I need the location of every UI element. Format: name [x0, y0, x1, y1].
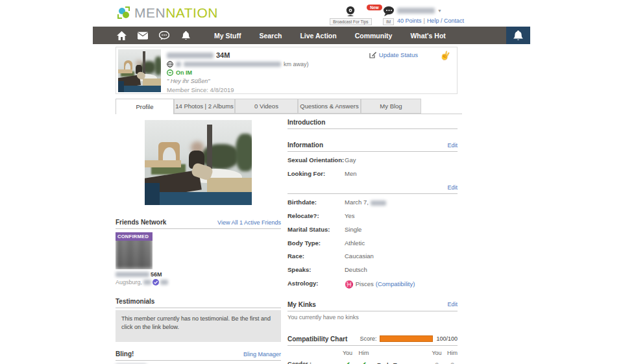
im-button[interactable]: IM: [382, 6, 395, 25]
view-all-friends-link[interactable]: View All 1 Active Friends: [217, 219, 281, 226]
page: MENNATION New Broadcast For Tips: [0, 0, 623, 364]
broadcast-for-tips-button[interactable]: New Broadcast For Tips: [330, 6, 372, 25]
hand-icon[interactable]: ✌: [439, 49, 452, 62]
introduction-title: Introduction: [287, 119, 325, 126]
score-bar: [380, 335, 433, 342]
profile-tabs: Profile 14 Photos | 2 Albums 0 Videos Qu…: [116, 99, 421, 114]
col-you: You: [429, 348, 445, 360]
alerts-bell-button[interactable]: [506, 27, 530, 44]
tab-videos[interactable]: 0 Videos: [235, 99, 298, 114]
compat-table-left: You Him Gender : ✔ ✔ Distance : ✔ ✔ Age …: [287, 348, 372, 364]
info-row: Body Type: Athletic: [287, 239, 458, 249]
my-kinks-section: My Kinks Edit You currently have no kink…: [287, 301, 458, 321]
im-label: IM: [383, 18, 394, 25]
points-link[interactable]: 40 Points: [397, 18, 422, 24]
blurred-birth-year: [371, 200, 386, 206]
nav-search[interactable]: Search: [250, 32, 291, 40]
tab-my-blog[interactable]: My Blog: [361, 99, 421, 114]
nav-community[interactable]: Community: [346, 32, 402, 40]
col-you: You: [339, 348, 356, 359]
compat-table-right: You Him Body Type : ? ? Sexual Orientati…: [377, 348, 460, 364]
logo-icon: [117, 6, 131, 20]
compatibility-link[interactable]: (Compatibility): [376, 280, 415, 289]
profile-thumbnail-photo[interactable]: [118, 49, 161, 92]
info-row: Race: Caucasian: [287, 252, 458, 261]
new-badge: New: [367, 5, 382, 10]
gender-him: ✔: [356, 359, 372, 364]
user-menu[interactable]: ▼: [397, 8, 459, 14]
online-status-text: On IM: [176, 69, 192, 76]
globe-icon: [167, 61, 173, 67]
information-title: Information: [287, 141, 323, 149]
friend-card: CONFIRMED 56M Augsburg,: [116, 232, 281, 285]
score-value: 100/100: [436, 335, 458, 342]
im-chat-icon: [382, 6, 395, 17]
astrology-sign: Pisces: [356, 280, 374, 289]
blurred-friend-location: [143, 280, 151, 285]
compatibility-title: Compatibility Chart: [287, 335, 347, 343]
nav-whats-hot[interactable]: What's Hot: [401, 32, 454, 40]
profile-photo-large[interactable]: [145, 120, 252, 205]
logo-text-nation: NATION: [165, 5, 218, 20]
blurred-friend-name: [116, 272, 149, 277]
introduction-section: Introduction: [287, 119, 458, 129]
blurred-friend-extra: [160, 280, 168, 285]
testimonials-title: Testimonials: [116, 298, 154, 305]
broadcast-label: Broadcast For Tips: [330, 18, 372, 25]
nav-live-action[interactable]: Live Action: [291, 32, 345, 40]
info-row: Sexual Orientation: Gay: [287, 156, 458, 165]
main-nav: My Stuff Search Live Action Community Wh…: [93, 27, 530, 44]
tab-photos-albums[interactable]: 14 Photos | 2 Albums: [174, 99, 235, 114]
update-status-link[interactable]: Update Status: [369, 51, 418, 58]
mennation-logo[interactable]: MENNATION: [117, 5, 218, 21]
bodytype-you: ?: [429, 360, 445, 364]
friends-network-section: Friends Network View All 1 Active Friend…: [116, 219, 281, 285]
notifications-bell-icon[interactable]: [180, 30, 191, 41]
blurred-profile-username: [167, 53, 214, 58]
tab-profile[interactable]: Profile: [116, 99, 174, 114]
tab-questions-answers[interactable]: Questions & Answers: [298, 99, 361, 114]
info-row: Birthdate: March 7,: [287, 198, 458, 208]
distance-suffix: km away): [284, 61, 309, 67]
member-since: Member Since: 4/8/2019: [167, 86, 309, 93]
logo-text-men: MEN: [134, 5, 165, 20]
bell-icon: [513, 30, 523, 41]
compatibility-chart-section: Compatibility Chart Score: 100/100 You H…: [287, 335, 458, 364]
webcam-icon: [344, 6, 357, 17]
bling-manager-link[interactable]: Bling Manager: [243, 351, 281, 358]
score-label: Score:: [360, 335, 376, 342]
home-icon[interactable]: [116, 30, 127, 41]
testimonials-section: Testimonials This member currently has n…: [116, 298, 281, 342]
details-edit-link[interactable]: Edit: [447, 184, 458, 191]
mail-icon[interactable]: [138, 30, 148, 41]
chat-icon[interactable]: [159, 30, 169, 41]
friend-age-gender: 56M: [151, 271, 162, 278]
my-kinks-title: My Kinks: [287, 301, 316, 308]
testimonials-empty-message: This member currently has no testimonial…: [116, 310, 281, 342]
information-section: Information Edit Sexual Orientation: Gay…: [287, 141, 458, 290]
bling-section: Bling! Bling Manager currently doesn't h…: [116, 350, 281, 364]
blurred-location: [184, 62, 281, 67]
bling-title: Bling!: [116, 350, 134, 358]
blurred-username: [397, 8, 435, 14]
update-status-text: Update Status: [379, 51, 418, 58]
help-contact-link[interactable]: Help / Contact: [427, 18, 464, 24]
col-him: Him: [445, 348, 460, 360]
edit-status-icon: [369, 51, 376, 58]
links-divider: |: [424, 18, 425, 24]
nav-my-stuff[interactable]: My Stuff: [205, 32, 250, 40]
information-edit-link[interactable]: Edit: [447, 142, 458, 149]
col-him: Him: [356, 348, 372, 359]
bodytype-him: ?: [445, 360, 460, 364]
profile-summary-card: 34M km away) On IM " Hey ihr Süßen" Memb…: [116, 47, 458, 94]
verified-check-icon: [153, 279, 159, 285]
confirmed-badge: CONFIRMED: [116, 232, 153, 241]
kinks-empty-message: You currently have no kinks: [287, 314, 458, 321]
age-gender: 34M: [216, 51, 230, 59]
friend-photo[interactable]: CONFIRMED: [116, 232, 153, 269]
blurred-flag: [176, 62, 181, 67]
friends-network-title: Friends Network: [116, 219, 166, 226]
kinks-edit-link[interactable]: Edit: [447, 301, 458, 308]
info-row: Relocate?: Yes: [287, 212, 458, 221]
gender-you: ✔: [339, 359, 356, 364]
